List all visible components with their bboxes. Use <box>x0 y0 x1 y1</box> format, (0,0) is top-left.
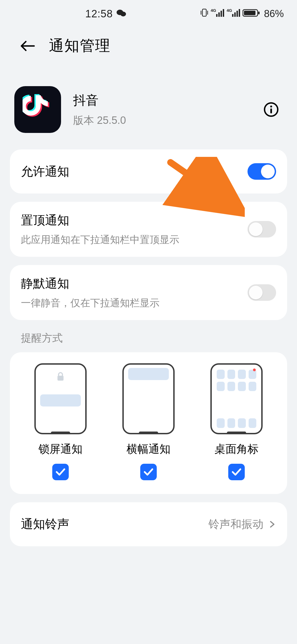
svg-rect-10 <box>221 11 222 17</box>
battery-percentage: 86% <box>264 8 284 20</box>
status-right: 4G 4G 86% <box>200 8 284 20</box>
mode-badge-preview <box>210 363 263 434</box>
signal-4g-1-icon: 4G <box>211 8 224 20</box>
check-icon <box>232 468 241 476</box>
douyin-icon <box>23 93 53 126</box>
mode-lockscreen[interactable]: 锁屏通知 <box>16 363 105 480</box>
info-icon <box>264 102 279 117</box>
allow-notifications-card: 允许通知 <box>10 149 287 193</box>
svg-point-22 <box>270 106 272 108</box>
pin-notification-row[interactable]: 置顶通知 此应用通知在下拉通知栏中置顶显示 <box>21 202 276 257</box>
silent-notification-label: 静默通知 <box>21 275 248 292</box>
lock-icon <box>56 372 65 382</box>
mode-lockscreen-label: 锁屏通知 <box>38 441 82 457</box>
svg-rect-4 <box>202 9 206 16</box>
ringtone-row[interactable]: 通知铃声 铃声和振动 <box>21 502 276 546</box>
app-name: 抖音 <box>73 92 263 109</box>
svg-rect-16 <box>239 9 240 17</box>
wechat-icon <box>117 9 127 19</box>
arrow-left-icon <box>20 40 35 52</box>
silent-notification-row[interactable]: 静默通知 一律静音，仅在下拉通知栏显示 <box>21 265 276 320</box>
signal-4g-2-icon: 4G <box>227 8 240 20</box>
check-icon <box>144 468 153 476</box>
allow-notifications-label: 允许通知 <box>21 163 248 180</box>
reminder-modes-card: 锁屏通知 横幅通知 桌面角标 <box>10 352 287 494</box>
svg-rect-23 <box>270 108 272 113</box>
battery-icon <box>243 9 260 19</box>
mode-banner[interactable]: 横幅通知 <box>105 363 193 480</box>
mode-badge-label: 桌面角标 <box>215 441 258 457</box>
svg-rect-14 <box>234 12 236 17</box>
chevron-right-icon <box>268 520 276 528</box>
header: 通知管理 <box>0 28 297 67</box>
ringtone-value: 铃声和振动 <box>208 517 263 532</box>
svg-point-3 <box>120 12 126 16</box>
app-info-button[interactable] <box>263 101 279 118</box>
mode-banner-checkbox[interactable] <box>140 464 157 480</box>
silent-notification-toggle[interactable] <box>248 284 276 301</box>
pin-notification-sub: 此应用通知在下拉通知栏中置顶显示 <box>21 233 248 246</box>
status-bar: 12:58 4G 4G <box>0 0 297 28</box>
app-icon <box>14 86 61 133</box>
ringtone-card: 通知铃声 铃声和振动 <box>10 502 287 546</box>
mode-banner-preview <box>122 363 175 434</box>
svg-rect-15 <box>237 11 238 17</box>
silent-notification-sub: 一律静音，仅在下拉通知栏显示 <box>21 297 248 310</box>
svg-rect-11 <box>223 9 224 17</box>
pin-notification-label: 置顶通知 <box>21 212 248 228</box>
svg-text:4G: 4G <box>227 8 232 13</box>
page-title: 通知管理 <box>49 36 111 56</box>
back-button[interactable] <box>19 38 36 54</box>
silent-notification-card: 静默通知 一律静音，仅在下拉通知栏显示 <box>10 265 287 320</box>
pin-notification-toggle[interactable] <box>248 221 276 238</box>
check-icon <box>56 468 65 476</box>
svg-rect-13 <box>232 14 233 17</box>
mode-lockscreen-checkbox[interactable] <box>52 464 69 480</box>
svg-rect-8 <box>216 14 218 17</box>
app-version: 版本 25.5.0 <box>73 113 263 127</box>
mode-badge[interactable]: 桌面角标 <box>193 363 280 480</box>
mode-lockscreen-preview <box>34 363 87 434</box>
ringtone-label: 通知铃声 <box>21 516 208 532</box>
svg-rect-19 <box>258 12 260 14</box>
svg-rect-9 <box>218 12 220 17</box>
pin-notification-card: 置顶通知 此应用通知在下拉通知栏中置顶显示 <box>10 202 287 257</box>
allow-notifications-toggle[interactable] <box>248 163 276 180</box>
allow-notifications-row[interactable]: 允许通知 <box>21 149 276 193</box>
app-info-row: 抖音 版本 25.5.0 <box>0 67 297 149</box>
svg-text:4G: 4G <box>211 8 216 13</box>
svg-rect-18 <box>244 11 255 15</box>
mode-badge-checkbox[interactable] <box>228 464 245 480</box>
vibrate-icon <box>200 8 208 20</box>
mode-banner-label: 横幅通知 <box>127 441 170 457</box>
svg-rect-24 <box>57 376 64 381</box>
reminder-mode-heading: 提醒方式 <box>21 331 276 345</box>
status-time: 12:58 <box>85 8 113 20</box>
